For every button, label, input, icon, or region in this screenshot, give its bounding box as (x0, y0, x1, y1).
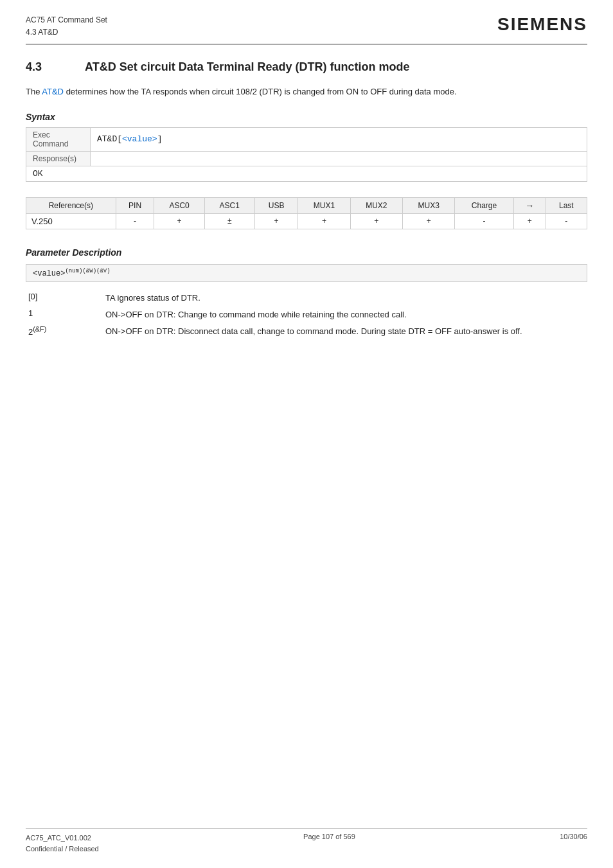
ref-col-last: Last (546, 197, 587, 213)
footer-doc-id: AC75_ATC_V01.002 (26, 833, 99, 844)
exec-command: AT&D[<value>] (91, 127, 587, 151)
ref-val-pin: - (116, 213, 154, 229)
syntax-table: Exec Command AT&D[<value>] Response(s) O… (26, 127, 587, 182)
ref-col-charge: Charge (455, 197, 513, 213)
section-title: AT&D Set circuit Data Terminal Ready (DT… (85, 60, 409, 74)
brand-logo: SIEMENS (497, 14, 587, 35)
intro-text-after: determines how the TA responds when circ… (64, 87, 457, 96)
main-content: 4.3 AT&D Set circuit Data Terminal Ready… (0, 45, 613, 366)
ref-val-charge: - (455, 213, 513, 229)
param-sup-2: (&F) (33, 325, 46, 333)
ref-val-mux1: + (298, 213, 350, 229)
param-sup: (num)(&W)(&V) (65, 268, 110, 274)
ref-value-label: V.250 (26, 213, 116, 229)
param-heading: Parameter Description (26, 247, 587, 258)
ref-value-row: V.250 - + ± + + + + - + - (26, 213, 587, 229)
param-item-2: 2(&F) ON->OFF on DTR: Disconnect data ca… (26, 323, 587, 340)
footer-left: AC75_ATC_V01.002 Confidential / Released (26, 833, 99, 855)
ref-val-arrow: + (513, 213, 546, 229)
ref-col-mux1: MUX1 (298, 197, 350, 213)
footer-date: 10/30/06 (560, 833, 587, 855)
ref-col-pin: PIN (116, 197, 154, 213)
ref-col-arrow: → (513, 197, 546, 213)
header-title-line2: 4.3 AT&D (26, 26, 107, 39)
footer-page: Page 107 of 569 (303, 833, 355, 855)
footer-classification: Confidential / Released (26, 844, 99, 855)
value-tag: <value> (122, 134, 157, 144)
ref-col-mux2: MUX2 (350, 197, 402, 213)
ref-col-asc1: ASC1 (204, 197, 254, 213)
param-desc-1: ON->OFF on DTR: Change to command mode w… (103, 306, 587, 323)
ref-col-mux3: MUX3 (403, 197, 455, 213)
ref-col-usb: USB (254, 197, 298, 213)
ref-col-asc0: ASC0 (154, 197, 204, 213)
param-desc-2: ON->OFF on DTR: Disconnect data call, ch… (103, 323, 587, 340)
header-left: AC75 AT Command Set 4.3 AT&D (26, 14, 107, 39)
ref-val-last: - (546, 213, 587, 229)
ref-val-asc1: ± (204, 213, 254, 229)
header-title-line1: AC75 AT Command Set (26, 14, 107, 26)
syntax-row-response-label: Response(s) (26, 151, 587, 166)
page-header: AC75 AT Command Set 4.3 AT&D SIEMENS (0, 0, 613, 39)
ref-val-mux3: + (403, 213, 455, 229)
syntax-heading: Syntax (26, 112, 587, 122)
param-list: [0] TA ignores status of DTR. 1 ON->OFF … (26, 290, 587, 340)
ref-val-mux2: + (350, 213, 402, 229)
page-footer: AC75_ATC_V01.002 Confidential / Released… (26, 828, 587, 855)
ref-header-label: Reference(s) (26, 197, 116, 213)
param-key-2: 2(&F) (26, 323, 103, 340)
response-empty (91, 151, 587, 166)
intro-paragraph: The AT&D determines how the TA responds … (26, 85, 587, 98)
exec-label: Exec Command (26, 127, 91, 151)
response-label: Response(s) (26, 151, 91, 166)
ref-val-asc0: + (154, 213, 204, 229)
param-desc-0: TA ignores status of DTR. (103, 290, 587, 306)
syntax-row-exec: Exec Command AT&D[<value>] (26, 127, 587, 151)
atd-link[interactable]: AT&D (42, 87, 64, 96)
param-item-1: 1 ON->OFF on DTR: Change to command mode… (26, 306, 587, 323)
intro-text-before: The (26, 87, 42, 96)
syntax-row-ok: OK (26, 166, 587, 181)
param-header-box: <value>(num)(&W)(&V) (26, 264, 587, 282)
section-heading: 4.3 AT&D Set circuit Data Terminal Ready… (26, 60, 587, 74)
param-item-0: [0] TA ignores status of DTR. (26, 290, 587, 306)
section-number: 4.3 (26, 60, 64, 74)
ref-val-usb: + (254, 213, 298, 229)
ok-response: OK (26, 166, 587, 181)
param-key-1: 1 (26, 306, 103, 323)
ref-header-row: Reference(s) PIN ASC0 ASC1 USB MUX1 MUX2… (26, 197, 587, 213)
reference-table: Reference(s) PIN ASC0 ASC1 USB MUX1 MUX2… (26, 197, 587, 229)
param-key-0: [0] (26, 290, 103, 306)
